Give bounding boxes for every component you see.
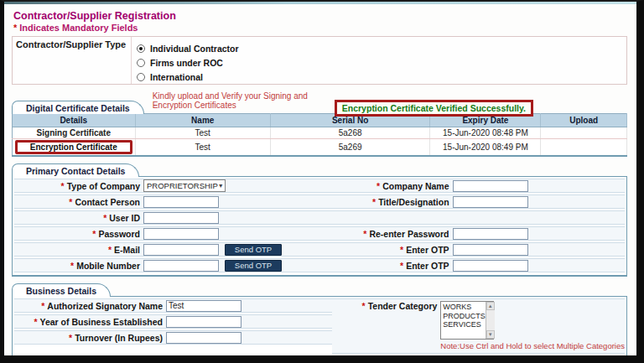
cert-upload-cell bbox=[541, 139, 627, 157]
required-asterisk: * bbox=[103, 213, 106, 223]
radio-international[interactable]: International bbox=[137, 70, 239, 84]
title-designation-label: *Title/Designation bbox=[332, 197, 449, 207]
email-label: *E-Mail bbox=[14, 245, 140, 255]
contact-person-label: *Contact Person bbox=[14, 197, 140, 207]
primary-contact-tab-row: Primary Contact Details bbox=[12, 163, 627, 176]
send-otp-mobile-button[interactable]: Send OTP bbox=[225, 260, 282, 272]
enter-otp-email-label: *Enter OTP bbox=[332, 245, 449, 255]
radio-unselected-icon[interactable] bbox=[137, 59, 145, 67]
required-asterisk: * bbox=[61, 181, 65, 191]
col-name: Name bbox=[135, 114, 270, 127]
listbox-option-works[interactable]: WORKS bbox=[443, 303, 486, 312]
page-content: Contractor/Supplier Registration *Indica… bbox=[4, 4, 636, 363]
listbox-scrollbar[interactable]: ▲ ▼ bbox=[486, 302, 495, 339]
form-row-turnover: *Turnover (In Rupees) bbox=[14, 330, 332, 345]
dropdown-arrow-icon: ▼ bbox=[218, 183, 224, 189]
enter-otp-mobile-label: *Enter OTP bbox=[332, 261, 449, 271]
selected-company-type: PROPRIETORSHIP bbox=[147, 181, 218, 190]
certificate-table: Details Name Serial No Expiry Date Uploa… bbox=[12, 113, 627, 157]
type-of-company-select[interactable]: PROPRIETORSHIP ▼ bbox=[143, 179, 226, 192]
cert-upload-cell bbox=[541, 127, 627, 139]
form-row-email: *E-Mail Send OTP *Enter OTP bbox=[14, 242, 625, 257]
required-asterisk: * bbox=[41, 301, 44, 311]
business-tab-row: Business Details bbox=[12, 283, 627, 296]
cert-serial: 5a268 bbox=[270, 127, 430, 139]
email-input[interactable] bbox=[143, 244, 219, 256]
col-details: Details bbox=[13, 114, 136, 127]
form-row-mobile: *Mobile Number Send OTP *Enter OTP bbox=[14, 258, 625, 272]
authorized-signatory-input[interactable] bbox=[166, 300, 242, 312]
signing-certificate-cell: Signing Certificate bbox=[13, 127, 136, 139]
listbox-option-services[interactable]: SERVICES bbox=[443, 320, 486, 329]
contractor-type-box: Contractor/Supplier Type Individual Cont… bbox=[12, 36, 627, 85]
title-designation-input[interactable] bbox=[453, 196, 528, 208]
mandatory-fields-note: *Indicates Mandatory Fields bbox=[12, 23, 627, 36]
mobile-number-label: *Mobile Number bbox=[14, 261, 140, 271]
tab-primary-contact-details[interactable]: Primary Contact Details bbox=[12, 163, 139, 177]
enter-otp-email-input[interactable] bbox=[453, 244, 528, 256]
tender-category-cell: *Tender Category WORKS PRODUCTS SERVICES… bbox=[332, 298, 625, 354]
tab-digital-certificate-details[interactable]: Digital Certificate Details bbox=[12, 101, 144, 114]
radio-individual-contractor[interactable]: Individual Contractor bbox=[137, 41, 239, 55]
password-label: *Password bbox=[14, 229, 140, 239]
authorized-signatory-label: *Authorized Signatory Name bbox=[14, 301, 163, 311]
user-id-label: *User ID bbox=[14, 213, 140, 223]
required-asterisk: * bbox=[69, 197, 72, 207]
enter-otp-mobile-input[interactable] bbox=[453, 260, 528, 272]
user-id-input[interactable] bbox=[143, 212, 219, 224]
business-left-column: *Authorized Signatory Name *Year of Busi… bbox=[14, 298, 332, 355]
scroll-down-icon[interactable]: ▼ bbox=[486, 330, 495, 339]
table-row-signing-certificate: Signing Certificate Test 5a268 15-Jun-20… bbox=[13, 127, 627, 139]
cert-name: Test bbox=[135, 139, 270, 157]
contractor-type-options: Individual Contractor Firms under ROC In… bbox=[132, 37, 239, 84]
scroll-up-icon[interactable]: ▲ bbox=[486, 302, 495, 310]
radio-label: International bbox=[150, 72, 203, 82]
type-of-company-label: *Type of Company bbox=[14, 181, 140, 191]
required-asterisk: * bbox=[34, 317, 37, 327]
mobile-number-input[interactable] bbox=[143, 260, 219, 272]
mandatory-fields-text: Indicates Mandatory Fields bbox=[19, 23, 138, 33]
required-asterisk: * bbox=[400, 261, 403, 271]
cert-expiry: 15-Jun-2020 08:49 PM bbox=[430, 139, 541, 157]
required-asterisk: * bbox=[13, 23, 17, 33]
required-asterisk: * bbox=[69, 333, 72, 343]
required-asterisk: * bbox=[363, 229, 366, 239]
certificate-instruction: Kindly upload and Verify your Signing an… bbox=[153, 91, 335, 110]
page-title: Contractor/Supplier Registration bbox=[12, 8, 627, 23]
reenter-password-label: *Re-enter Password bbox=[332, 229, 449, 239]
form-row-company-type: *Type of Company PROPRIETORSHIP ▼ *Compa… bbox=[14, 179, 625, 193]
cert-expiry: 15-Jun-2020 08:48 PM bbox=[430, 127, 541, 139]
required-asterisk: * bbox=[377, 181, 380, 191]
contact-person-input[interactable] bbox=[143, 196, 219, 208]
tab-business-details[interactable]: Business Details bbox=[12, 283, 111, 297]
year-established-label: *Year of Business Established bbox=[14, 317, 163, 327]
company-name-input[interactable] bbox=[453, 180, 528, 192]
form-row-password: *Password *Re-enter Password bbox=[14, 226, 625, 241]
primary-contact-box: *Type of Company PROPRIETORSHIP ▼ *Compa… bbox=[12, 176, 627, 277]
required-asterisk: * bbox=[70, 261, 74, 271]
required-asterisk: * bbox=[400, 245, 403, 255]
certificate-table-header: Details Name Serial No Expiry Date Uploa… bbox=[13, 114, 627, 127]
required-asterisk: * bbox=[372, 197, 376, 207]
app-window: Contractor/Supplier Registration *Indica… bbox=[0, 0, 644, 363]
radio-label: Individual Contractor bbox=[150, 44, 239, 54]
encryption-verified-banner: Encryption Certificate Verified Successf… bbox=[335, 100, 533, 117]
tender-category-note: Note:Use Ctrl and Hold to select Multipl… bbox=[440, 341, 625, 350]
encryption-certificate-cell: Encryption Certificate bbox=[13, 139, 136, 157]
radio-firms-under-roc[interactable]: Firms under ROC bbox=[137, 55, 239, 70]
company-name-label: *Company Name bbox=[332, 181, 449, 191]
turnover-input[interactable] bbox=[166, 332, 242, 344]
radio-unselected-icon[interactable] bbox=[137, 73, 145, 81]
password-input[interactable] bbox=[143, 228, 219, 240]
tender-category-listbox[interactable]: WORKS PRODUCTS SERVICES ▲ ▼ bbox=[440, 301, 494, 340]
year-established-input[interactable] bbox=[166, 316, 242, 328]
listbox-option-products[interactable]: PRODUCTS bbox=[443, 312, 486, 321]
send-otp-email-button[interactable]: Send OTP bbox=[225, 244, 282, 256]
contractor-type-label: Contractor/Supplier Type bbox=[13, 37, 132, 84]
required-asterisk: * bbox=[362, 301, 366, 311]
certificate-tab-row: Digital Certificate Details Kindly uploa… bbox=[12, 91, 627, 113]
reenter-password-input[interactable] bbox=[453, 228, 528, 240]
table-row-encryption-certificate: Encryption Certificate Test 5a269 15-Jun… bbox=[13, 139, 627, 157]
radio-selected-icon[interactable] bbox=[137, 44, 145, 53]
tender-category-label: *Tender Category bbox=[332, 301, 438, 311]
